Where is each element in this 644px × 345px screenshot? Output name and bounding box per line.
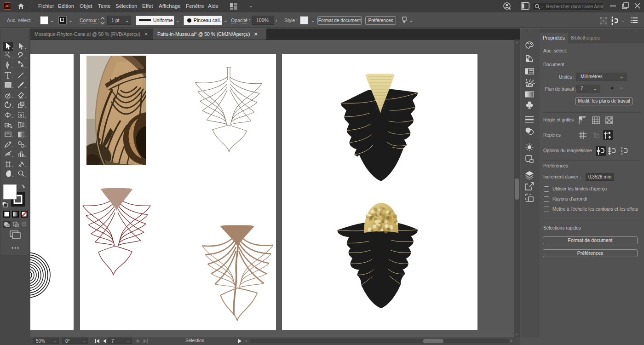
svg-text:‥: ‥ — [528, 29, 530, 33]
svg-text:‥‥: ‥‥ — [526, 141, 531, 145]
svg-text:‥‥: ‥‥ — [526, 64, 531, 68]
